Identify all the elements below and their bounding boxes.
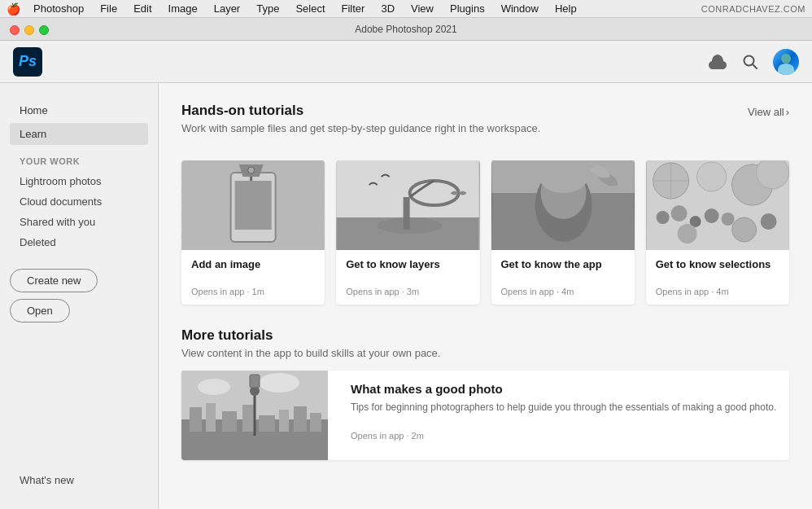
more-tutorials-subtitle: View content in the app to build skills … (181, 347, 789, 359)
tutorial-card-1[interactable]: Get to know layers Opens in app · 3m (336, 160, 479, 305)
menu-plugins[interactable]: Plugins (447, 1, 488, 16)
card-image-1 (336, 160, 479, 250)
your-work-label: YOUR WORK (10, 147, 148, 171)
view-all-link[interactable]: View all › (748, 106, 789, 118)
more-card-title: What makes a good photo (351, 382, 779, 396)
card-body-3: Get to know selections Opens in app · 4m (646, 250, 789, 305)
window-controls (10, 25, 49, 35)
menu-photoshop[interactable]: Photoshop (30, 1, 87, 16)
card-body-2: Get to know the app Opens in app · 4m (491, 250, 635, 305)
tutorial-card-2[interactable]: Get to know the app Opens in app · 4m (491, 160, 635, 305)
svg-rect-44 (279, 410, 289, 432)
avatar[interactable] (773, 49, 799, 75)
more-card-body: What makes a good photo Tips for beginni… (341, 371, 789, 460)
card-meta-1: Opens in app · 3m (346, 287, 469, 296)
minimize-button[interactable] (24, 25, 34, 35)
menu-image[interactable]: Image (165, 1, 201, 16)
menu-help[interactable]: Help (552, 1, 580, 16)
menu-layer[interactable]: Layer (211, 1, 244, 16)
sidebar-item-home[interactable]: Home (10, 99, 148, 121)
svg-point-36 (198, 379, 230, 395)
svg-rect-41 (222, 411, 237, 432)
search-icon[interactable] (740, 52, 760, 72)
create-new-button[interactable]: Create new (10, 269, 98, 292)
more-card-image (181, 371, 328, 460)
photoshop-logo[interactable]: Ps (13, 47, 42, 77)
svg-point-7 (248, 167, 255, 173)
open-button[interactable]: Open (10, 299, 70, 323)
header-actions (708, 49, 799, 75)
card-body-0: Add an image Opens in app · 1m (181, 250, 325, 305)
svg-point-18 (539, 160, 587, 193)
svg-rect-45 (294, 406, 307, 432)
svg-point-29 (704, 208, 718, 223)
menu-3d[interactable]: 3D (378, 1, 398, 16)
card-title-2: Get to know the app (501, 258, 625, 270)
chevron-right-icon: › (786, 106, 789, 118)
svg-rect-49 (250, 375, 260, 388)
app-body: Home Learn YOUR WORK Lightroom photos Cl… (0, 83, 812, 509)
sidebar-item-cloud[interactable]: Cloud documents (10, 191, 148, 212)
svg-point-27 (670, 205, 687, 222)
cloud-icon[interactable] (708, 52, 727, 72)
svg-rect-12 (404, 197, 410, 230)
menu-edit[interactable]: Edit (130, 1, 155, 16)
card-title-1: Get to know layers (346, 258, 469, 270)
website-link: CONRADCHAVEZ.COM (701, 4, 805, 14)
menu-window[interactable]: Window (498, 1, 542, 16)
svg-rect-40 (206, 403, 216, 432)
card-image-3 (646, 160, 789, 250)
tutorial-card-0[interactable]: Add an image Opens in app · 1m (181, 160, 325, 305)
tutorials-title: Hands-on tutorials (181, 103, 540, 119)
card-meta-3: Opens in app · 4m (656, 287, 779, 296)
menu-file[interactable]: File (97, 1, 120, 16)
card-body-1: Get to know layers Opens in app · 3m (336, 250, 479, 305)
svg-rect-46 (310, 413, 321, 432)
card-meta-2: Opens in app · 4m (501, 287, 625, 296)
sidebar-bottom: What's new (10, 467, 148, 493)
card-title-0: Add an image (191, 258, 315, 270)
sidebar-item-learn[interactable]: Learn (10, 123, 148, 145)
more-card-meta: Opens in app · 2m (351, 431, 779, 441)
card-title-3: Get to know selections (656, 258, 779, 270)
menu-view[interactable]: View (408, 1, 437, 16)
card-image-0 (181, 160, 325, 250)
title-bar: Adobe Photoshop 2021 (0, 18, 812, 41)
tutorials-subtitle: Work with sample files and get step-by-s… (181, 122, 540, 134)
card-meta-0: Opens in app · 1m (191, 287, 315, 296)
sidebar-buttons: Create new Open (10, 269, 148, 323)
svg-rect-39 (190, 407, 202, 432)
maximize-button[interactable] (39, 25, 49, 35)
menu-bar: 🍎 Photoshop File Edit Image Layer Type S… (0, 0, 812, 18)
close-button[interactable] (10, 25, 20, 35)
svg-point-33 (760, 213, 776, 230)
window-title: Adobe Photoshop 2021 (355, 24, 456, 35)
tutorial-card-3[interactable]: Get to know selections Opens in app · 4m (646, 160, 789, 305)
svg-point-25 (756, 160, 788, 189)
svg-rect-43 (259, 415, 275, 432)
menu-filter[interactable]: Filter (338, 1, 369, 16)
card-image-2 (491, 160, 635, 250)
more-tutorial-card[interactable]: What makes a good photo Tips for beginni… (181, 371, 789, 460)
svg-point-30 (721, 213, 734, 226)
more-card-desc: Tips for beginning photographers to help… (351, 401, 779, 415)
sidebar-item-lightroom[interactable]: Lightroom photos (10, 171, 148, 191)
tutorial-cards-row: Add an image Opens in app · 1m (181, 160, 789, 305)
main-content: Hands-on tutorials Work with sample file… (159, 83, 812, 509)
svg-line-1 (753, 64, 757, 68)
app-header: Ps (0, 41, 812, 83)
sidebar-item-shared[interactable]: Shared with you (10, 212, 148, 232)
sidebar: Home Learn YOUR WORK Lightroom photos Cl… (0, 83, 159, 509)
svg-point-31 (677, 224, 696, 244)
svg-point-32 (731, 217, 756, 242)
apple-logo-icon[interactable]: 🍎 (7, 2, 20, 15)
menu-select[interactable]: Select (292, 1, 328, 16)
menu-type[interactable]: Type (253, 1, 282, 16)
svg-point-37 (259, 373, 299, 393)
sidebar-item-deleted[interactable]: Deleted (10, 232, 148, 252)
svg-point-26 (656, 211, 669, 224)
more-tutorials-title: More tutorials (181, 327, 789, 344)
svg-point-23 (696, 162, 726, 191)
tutorials-section-header: Hands-on tutorials Work with sample file… (181, 103, 789, 147)
whats-new-link[interactable]: What's new (20, 474, 138, 486)
